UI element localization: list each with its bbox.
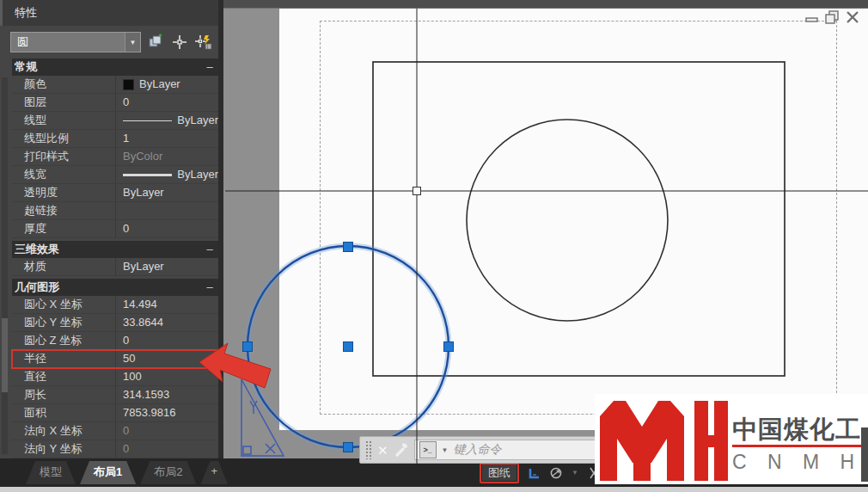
property-label: 打印样式 xyxy=(12,148,115,165)
drag-handle[interactable] xyxy=(365,440,371,459)
quick-select-icon[interactable] xyxy=(194,33,213,52)
logo-monogram-icon xyxy=(595,394,728,484)
ortho-icon[interactable] xyxy=(527,466,541,480)
linetype-preview xyxy=(123,120,172,121)
property-row[interactable]: 圆心 Z 坐标0 xyxy=(12,332,218,350)
property-value[interactable] xyxy=(115,202,218,219)
property-row[interactable]: 线型ByLayer xyxy=(12,112,218,130)
property-value[interactable]: 0 xyxy=(115,220,218,237)
viewport-window-controls xyxy=(804,7,865,28)
property-value[interactable]: 14.494 xyxy=(115,296,218,313)
dropdown-caret-icon[interactable]: ▼ xyxy=(572,469,578,477)
chevron-down-icon[interactable]: ▼ xyxy=(442,446,449,454)
command-prompt-icon[interactable]: >_ xyxy=(419,441,437,458)
property-value[interactable]: 1 xyxy=(115,130,218,147)
close-icon[interactable] xyxy=(847,12,858,22)
property-label: 直径 xyxy=(12,368,115,385)
autocad-window: 特性 圆 ▼ xyxy=(0,0,868,492)
property-label: 面积 xyxy=(12,404,115,421)
close-icon[interactable]: ✕ xyxy=(376,444,390,457)
rectangle-entity[interactable] xyxy=(373,62,785,376)
logo-title: 中国煤化工 xyxy=(732,413,861,447)
isodraft-icon[interactable] xyxy=(548,466,564,480)
property-value[interactable]: 33.8644 xyxy=(115,314,218,331)
property-value[interactable]: 0 xyxy=(115,422,218,440)
object-type-dropdown[interactable]: 圆 ▼ xyxy=(10,32,141,52)
color-swatch xyxy=(123,79,134,90)
property-row[interactable]: 图层0 xyxy=(12,94,218,112)
property-row[interactable]: 圆心 X 坐标14.494 xyxy=(12,296,218,314)
property-label: 线型 xyxy=(12,112,115,129)
property-value[interactable]: ByLayer xyxy=(115,76,218,93)
property-row[interactable]: 颜色ByLayer xyxy=(12,76,218,94)
property-row[interactable]: 厚度0 xyxy=(12,220,218,238)
property-row[interactable]: 周长314.1593 xyxy=(12,386,218,404)
property-label: 厚度 xyxy=(12,220,115,237)
collapse-icon[interactable]: – xyxy=(201,58,218,76)
section-label: 常规 xyxy=(12,58,201,76)
property-label: 圆心 Z 坐标 xyxy=(12,332,115,349)
section-label: 几何图形 xyxy=(12,279,201,296)
property-row[interactable]: 法向 Y 坐标0 xyxy=(12,440,218,458)
toggle-pickadd-icon[interactable] xyxy=(146,33,165,52)
property-value[interactable]: ByLayer xyxy=(115,112,218,129)
property-value[interactable]: 0 xyxy=(115,94,218,111)
property-value[interactable]: 0 xyxy=(115,440,218,458)
tab-model[interactable]: 模型 xyxy=(26,461,76,484)
scrollbar-thumb[interactable] xyxy=(2,318,8,392)
chevron-down-icon[interactable]: ▼ xyxy=(125,33,140,52)
select-objects-icon[interactable] xyxy=(170,33,189,52)
tab-new-layout[interactable]: + xyxy=(200,461,228,484)
customize-wrench-icon[interactable] xyxy=(394,442,410,458)
property-label: 半径 xyxy=(12,350,115,367)
paper-button-highlight: 图纸 xyxy=(480,463,519,483)
restore-icon[interactable] xyxy=(826,11,838,23)
edge-scrollbar[interactable] xyxy=(861,427,868,482)
section-label: 三维效果 xyxy=(12,241,201,258)
property-label: 图层 xyxy=(12,94,115,111)
property-value[interactable]: ByLayer xyxy=(115,258,218,275)
command-placeholder: 键入命令 xyxy=(454,442,502,458)
property-row[interactable]: 材质ByLayer xyxy=(12,258,218,276)
section-header[interactable]: 几何图形– xyxy=(12,279,218,296)
property-label: 法向 X 坐标 xyxy=(12,422,115,440)
property-row[interactable]: 线宽ByLayer xyxy=(12,166,218,184)
circle-entity[interactable] xyxy=(467,120,668,321)
property-row[interactable]: 透明度ByLayer xyxy=(12,184,218,202)
property-row[interactable]: 线型比例1 xyxy=(12,130,218,148)
property-list: 常规–颜色ByLayer图层0线型ByLayer线型比例1打印样式ByColor… xyxy=(12,58,218,458)
minimize-icon[interactable] xyxy=(806,18,817,22)
tab-layout1[interactable]: 布局1 xyxy=(80,461,136,484)
property-row[interactable]: 面积7853.9816 xyxy=(12,404,218,422)
property-row[interactable]: 直径100 xyxy=(12,368,218,386)
paper-space-button[interactable]: 图纸 xyxy=(482,464,517,481)
geometry-layer xyxy=(223,0,868,458)
palette-scrollbar[interactable] xyxy=(2,77,8,454)
property-value[interactable]: ByLayer xyxy=(115,184,218,201)
section-header[interactable]: 三维效果– xyxy=(12,241,218,258)
property-label: 圆心 Y 坐标 xyxy=(12,314,115,331)
red-arrow-annotation xyxy=(193,338,279,397)
property-label: 线型比例 xyxy=(12,130,115,147)
object-type-value: 圆 xyxy=(11,34,125,50)
property-value[interactable]: ByColor xyxy=(115,148,218,165)
collapse-icon[interactable]: – xyxy=(201,241,218,258)
property-row[interactable]: 超链接 xyxy=(12,202,218,220)
drawing-canvas[interactable] xyxy=(223,0,868,458)
collapse-icon[interactable]: – xyxy=(201,279,218,296)
properties-palette: 特性 圆 ▼ xyxy=(0,0,223,458)
property-row[interactable]: 半径50 xyxy=(12,350,218,368)
property-value[interactable]: 7853.9816 xyxy=(115,404,218,421)
section-header[interactable]: 常规– xyxy=(12,58,218,76)
property-row[interactable]: 圆心 Y 坐标33.8644 xyxy=(12,314,218,332)
property-value[interactable]: ByLayer xyxy=(115,166,218,183)
property-row[interactable]: 法向 X 坐标0 xyxy=(12,422,218,440)
property-label: 线宽 xyxy=(12,166,115,183)
tab-layout2[interactable]: 布局2 xyxy=(140,461,196,484)
property-label: 超链接 xyxy=(12,202,115,219)
cnmhg-logo: 中国煤化工 C N M H G xyxy=(595,394,868,484)
property-row[interactable]: 打印样式ByColor xyxy=(12,148,218,166)
palette-title: 特性 xyxy=(0,0,218,26)
logo-underline xyxy=(732,445,861,447)
bottom-strip xyxy=(0,487,868,492)
